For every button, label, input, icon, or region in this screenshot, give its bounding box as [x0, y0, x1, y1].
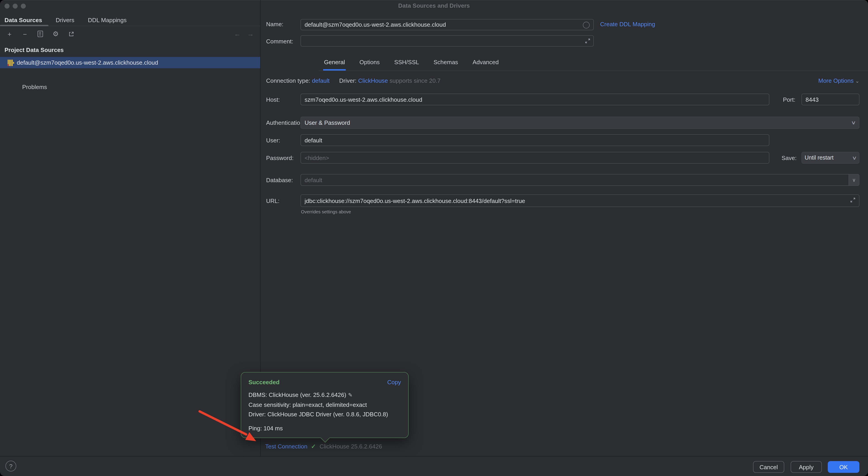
popup-case-line: Case sensitivity: plain=exact, delimited…	[248, 400, 401, 410]
url-input[interactable]	[301, 194, 859, 207]
popup-ping: Ping: 104 ms	[241, 419, 408, 432]
clickhouse-icon	[8, 60, 13, 66]
port-input[interactable]	[802, 94, 859, 105]
connection-type-value[interactable]: default	[312, 77, 330, 84]
name-input[interactable]	[301, 19, 594, 30]
copy-link[interactable]: Copy	[387, 379, 401, 385]
data-sources-dialog: Data Sources and Drivers Data Sources Dr…	[0, 0, 868, 476]
test-connection-link[interactable]: Test Connection	[265, 443, 307, 450]
project-data-sources-heading: Project Data Sources	[4, 46, 64, 53]
expand-icon[interactable]	[585, 38, 591, 45]
password-input[interactable]	[301, 152, 769, 164]
tab-ssh-ssl[interactable]: SSH/SSL	[393, 56, 420, 70]
save-select[interactable]: Until restart ∨	[802, 152, 859, 164]
forward-icon[interactable]: →	[247, 30, 254, 37]
sidebar-toolbar: + − ⚙	[5, 30, 75, 38]
chevron-down-icon[interactable]: ∨	[848, 174, 859, 185]
pencil-icon[interactable]: ✎	[348, 392, 352, 398]
popup-notch	[320, 433, 330, 443]
settings-tabs: General Options SSH/SSL Schemas Advanced	[319, 56, 868, 71]
tab-general[interactable]: General	[323, 56, 346, 70]
tab-options[interactable]: Options	[359, 56, 381, 70]
data-source-list-item[interactable]: default@szm7oqed0o.us-west-2.aws.clickho…	[0, 57, 260, 68]
add-icon[interactable]: +	[5, 30, 13, 38]
bottom-bar: ? Cancel Apply OK	[0, 456, 868, 476]
password-label: Password:	[266, 155, 293, 161]
remove-icon[interactable]: −	[21, 30, 29, 38]
chevron-down-icon: ⌄	[855, 78, 859, 83]
cancel-button[interactable]: Cancel	[753, 461, 784, 473]
help-button[interactable]: ?	[5, 461, 16, 472]
tab-advanced[interactable]: Advanced	[471, 56, 500, 70]
checkmark-icon: ✓	[311, 443, 316, 450]
tab-drivers[interactable]: Drivers	[56, 16, 74, 23]
comment-input[interactable]	[301, 35, 594, 46]
copy-icon[interactable]	[36, 30, 44, 38]
port-label: Port:	[783, 96, 795, 103]
ok-button[interactable]: OK	[828, 461, 859, 473]
url-note: Overrides settings above	[301, 209, 351, 214]
user-input[interactable]	[301, 134, 769, 146]
host-input[interactable]	[301, 94, 769, 105]
database-combo[interactable]: default ∨	[301, 174, 859, 186]
status-succeeded: Succeeded	[248, 379, 279, 385]
gear-icon[interactable]: ⚙	[52, 30, 60, 38]
connection-type-row: Connection type: default Driver: ClickHo…	[266, 77, 440, 84]
popup-driver-line: Driver: ClickHouse JDBC Driver (ver. 0.8…	[248, 410, 401, 419]
tab-schemas[interactable]: Schemas	[433, 56, 459, 70]
chevron-down-icon: ∨	[852, 155, 857, 161]
connection-type-label: Connection type:	[266, 77, 310, 84]
driver-label: Driver:	[339, 77, 356, 84]
tab-ddl-mappings[interactable]: DDL Mappings	[88, 16, 127, 23]
user-label: User:	[266, 137, 280, 144]
database-label: Database:	[266, 177, 293, 183]
url-label: URL:	[266, 198, 279, 204]
comment-label: Comment:	[266, 38, 293, 45]
host-label: Host:	[266, 96, 280, 103]
sidebar: Data Sources Drivers DDL Mappings + − ⚙ …	[0, 0, 261, 456]
authentication-select[interactable]: User & Password ∨	[301, 116, 859, 129]
sidebar-item-problems[interactable]: Problems	[22, 83, 47, 91]
popup-dbms-line: DBMS: ClickHouse (ver. 25.6.2.6426)✎	[248, 390, 401, 400]
expand-icon[interactable]	[850, 197, 856, 204]
test-connection-popup: Succeeded Copy DBMS: ClickHouse (ver. 25…	[241, 372, 409, 438]
authentication-label: Authentication:	[266, 120, 305, 126]
chevron-down-icon: ∨	[851, 120, 856, 126]
driver-value[interactable]: ClickHouse	[358, 77, 388, 84]
test-connection-result: ClickHouse 25.6.2.6426	[319, 443, 382, 450]
back-icon[interactable]: ←	[234, 30, 241, 37]
driver-note: supports since 20.7	[390, 77, 440, 84]
name-label: Name:	[266, 21, 283, 28]
apply-button[interactable]: Apply	[790, 461, 822, 473]
export-icon[interactable]	[67, 30, 75, 38]
create-ddl-mapping-link[interactable]: Create DDL Mapping	[600, 21, 655, 28]
save-label: Save:	[781, 155, 797, 161]
data-source-name: default@szm7oqed0o.us-west-2.aws.clickho…	[17, 59, 158, 66]
loading-spinner-icon	[583, 22, 590, 29]
more-options[interactable]: More Options ⌄	[818, 77, 859, 84]
tab-data-sources[interactable]: Data Sources	[4, 16, 42, 23]
